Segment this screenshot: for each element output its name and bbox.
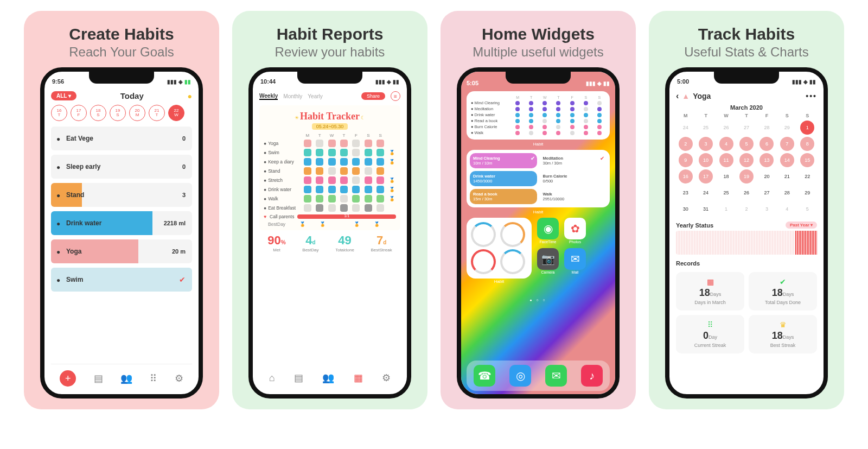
tracker-dot[interactable] [340,140,348,147]
widget-mini-card[interactable]: ✔Meditation30m / 30m [540,153,607,168]
tab-home-icon[interactable]: ⌂ [269,372,275,384]
tracker-dot[interactable] [340,195,348,203]
tracker-dot[interactable] [304,195,311,203]
calendar-day[interactable]: 27 [760,186,774,200]
widget-mini-card[interactable]: Read a book15m / 30m [470,189,537,204]
calendar-day[interactable]: 4 [780,202,794,216]
tab-weekly[interactable]: Weekly [259,93,278,100]
day-circle[interactable]: 20M [129,105,145,121]
calendar-day[interactable]: 26 [739,186,754,200]
tab-yearly[interactable]: Yearly [308,93,322,99]
calendar-day[interactable]: 13 [760,153,774,167]
tab-monthly[interactable]: Monthly [283,93,302,99]
habit-row[interactable]: ●Stand3 [51,183,192,207]
calendar-day[interactable]: 29 [800,186,814,200]
tracker-dot[interactable] [304,158,311,166]
tracker-dot[interactable] [365,167,372,175]
tracker-dot[interactable] [328,140,336,147]
widget-rings[interactable] [467,218,532,279]
calendar-day[interactable]: 7 [780,137,794,151]
habit-row[interactable]: ●Swim✔ [51,268,192,292]
add-button[interactable]: + [60,370,76,387]
share-button[interactable]: Share [361,92,385,100]
calendar-day[interactable]: 22 [800,169,814,184]
tracker-dot[interactable] [328,149,336,156]
calendar-day[interactable]: 26 [719,121,733,135]
tracker-dot[interactable] [365,186,372,193]
tab-notes-icon[interactable]: ▤ [94,372,103,384]
day-circle[interactable]: 19S [110,105,126,121]
dock-app[interactable]: ◎ [509,365,531,387]
calendar-day[interactable]: 14 [780,153,794,167]
calendar-day[interactable]: 25 [719,186,733,200]
tab-settings-icon[interactable]: ⚙ [382,372,391,384]
habit-row[interactable]: ●Sleep early0 [51,155,192,179]
tracker-dot[interactable] [352,195,360,203]
tracker-dot[interactable] [304,186,311,193]
calendar-day[interactable]: 17 [699,169,713,184]
calendar-day[interactable]: 18 [719,169,733,184]
tracker-dot[interactable] [376,195,384,203]
calendar-day[interactable]: 5 [739,137,754,151]
widget-mini-card[interactable]: Burn Calorie0/500 [540,171,607,186]
filter-pill[interactable]: ALL ▾ [51,91,76,100]
tracker-dot[interactable] [316,195,323,203]
day-circle[interactable]: 18S [90,105,106,121]
calendar-day[interactable]: 8 [800,137,814,151]
calendar-day[interactable]: 23 [679,186,693,200]
tracker-dot[interactable] [316,204,323,212]
more-icon[interactable]: ••• [806,92,817,100]
calendar-day[interactable]: 28 [760,121,774,135]
widget-habit-grid[interactable]: MTWTFSS● Mind Clearing● Meditation● Drin… [467,91,610,140]
day-strip[interactable]: 16T17F18S19S20M21T22W [51,105,192,121]
dock-app[interactable]: ☎ [474,365,495,387]
calendar-day[interactable]: 9 [679,153,693,167]
day-circle[interactable]: 22W [168,105,184,121]
tracker-dot[interactable] [328,186,336,193]
tracker-dot[interactable] [328,158,336,166]
calendar-day[interactable]: 28 [780,186,794,200]
calendar-day[interactable]: 2 [739,202,754,216]
tracker-dot[interactable] [352,140,360,147]
tracker-dot[interactable] [328,195,336,203]
tracker-dot[interactable] [340,149,348,156]
yearly-filter[interactable]: Past Year ▾ [786,222,817,229]
tracker-dot[interactable] [340,204,348,212]
calendar-day[interactable]: 16 [679,169,693,184]
calendar-day[interactable]: 3 [699,137,713,151]
tracker-dot[interactable] [340,158,348,166]
tracker-dot[interactable] [340,186,348,193]
app-camera[interactable]: 📷Camera [537,248,559,274]
tracker-dot[interactable] [340,167,348,175]
calendar-day[interactable]: 2 [679,137,693,151]
dock-app[interactable]: ✉ [545,365,567,387]
app-facetime[interactable]: ◉FaceTime [537,218,559,244]
tracker-dot[interactable] [352,167,360,175]
back-icon[interactable]: ‹ [676,91,679,101]
tab-notes-icon[interactable]: ▤ [294,372,303,384]
tracker-dot[interactable] [316,158,323,166]
widget-habit-cards[interactable]: ✔Mind Clearing10m / 10m✔Meditation30m / … [467,150,610,207]
tracker-dot[interactable] [365,149,372,156]
calendar-day[interactable]: 4 [719,137,733,151]
tracker-dot[interactable] [376,204,384,212]
tracker-dot[interactable] [365,158,372,166]
tracker-dot[interactable] [376,140,384,147]
calendar-day[interactable]: 27 [739,121,754,135]
tracker-dot[interactable] [352,204,360,212]
calendar-day[interactable]: 15 [800,153,814,167]
habit-row[interactable]: ●Yoga20 m [51,239,192,263]
habit-row[interactable]: ●Drink water2218 ml [51,211,192,235]
tracker-dot[interactable] [376,176,384,184]
tracker-dot[interactable] [328,167,336,175]
calendar-day[interactable]: 20 [760,169,774,184]
calendar-day[interactable]: 11 [719,153,733,167]
tracker-dot[interactable] [316,149,323,156]
tab-social-icon[interactable]: 👥 [322,372,334,384]
calendar-day[interactable]: 3 [760,202,774,216]
tracker-dot[interactable] [316,167,323,175]
tracker-dot[interactable] [304,149,311,156]
tab-reports-icon[interactable]: ▦ [354,372,363,384]
tracker-dot[interactable] [352,158,360,166]
tab-social-icon[interactable]: 👥 [120,372,132,384]
